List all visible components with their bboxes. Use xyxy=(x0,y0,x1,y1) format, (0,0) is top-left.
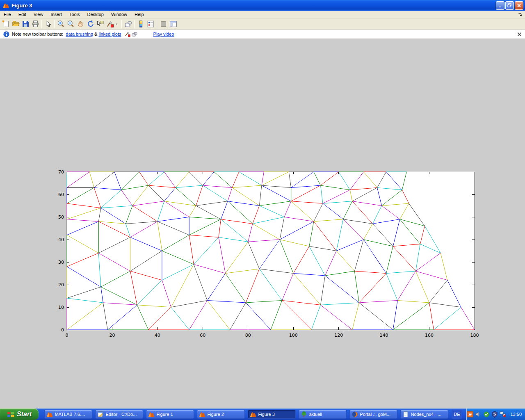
shield-icon[interactable]: S xyxy=(491,411,498,418)
tick-label: 120 xyxy=(334,333,343,338)
play-video-link[interactable]: Play video xyxy=(153,32,174,37)
menu-item-insert[interactable]: Insert xyxy=(47,11,66,18)
task-button-editor-c-do-[interactable]: Editor - C:\Do... xyxy=(95,410,143,419)
new-figure-button[interactable] xyxy=(1,19,11,29)
start-label: Start xyxy=(17,411,32,418)
tick-label: 40 xyxy=(155,333,160,338)
tick-label: 20 xyxy=(109,333,115,338)
notification-text: Note new toolbar buttons: xyxy=(12,32,63,37)
insert-legend-icon xyxy=(146,20,155,28)
tick-label: 70 xyxy=(58,169,64,175)
tick-label: 60 xyxy=(200,333,205,338)
rotate-3d-button[interactable] xyxy=(85,19,95,29)
menu-item-tools[interactable]: Tools xyxy=(66,11,84,18)
task-label: Editor - C:\Do... xyxy=(105,412,137,417)
task-button-matlab-7-6-[interactable]: MATLAB 7.6.... xyxy=(44,410,92,419)
desktop-screen: Figure 3 FileEditViewInsertToolsDesktopW… xyxy=(0,0,525,420)
rotate-3d-icon xyxy=(86,20,95,28)
firefox-icon xyxy=(352,411,358,418)
tray-clock: 13:50 xyxy=(510,412,522,417)
brush-caret-icon xyxy=(115,20,120,28)
zoom-out-icon xyxy=(66,20,75,28)
language-indicator[interactable]: DE xyxy=(452,410,462,419)
brush-caret-button[interactable] xyxy=(115,19,120,29)
show-plot-tools-button[interactable] xyxy=(168,19,178,29)
brush-data-button[interactable] xyxy=(105,19,115,29)
minimize-button[interactable] xyxy=(496,1,504,10)
zoom-out-button[interactable] xyxy=(66,19,75,29)
volume-icon[interactable] xyxy=(475,411,482,418)
menu-item-file[interactable]: File xyxy=(0,11,15,18)
matlab-figure-icon xyxy=(2,2,9,9)
axes-box xyxy=(67,172,475,330)
task-button-figure-2[interactable]: Figure 2 xyxy=(197,410,245,419)
ampersand-text: & xyxy=(94,32,97,37)
edit-plot-button[interactable] xyxy=(43,19,53,29)
notification-bar: Note new toolbar buttons: data brushing … xyxy=(0,30,525,39)
start-button[interactable]: Start xyxy=(0,409,39,420)
task-button-figure-3[interactable]: Figure 3 xyxy=(248,410,296,419)
brush-mini-icon xyxy=(124,31,131,38)
matlab-icon xyxy=(148,411,155,418)
print-figure-button[interactable] xyxy=(30,19,40,29)
restore-button[interactable] xyxy=(505,1,514,10)
link-plot-icon xyxy=(124,20,132,28)
tick-label: 10 xyxy=(58,305,64,310)
tick-label: 40 xyxy=(58,237,64,242)
data-brushing-link[interactable]: data brushing xyxy=(66,32,93,37)
antivirus-icon[interactable] xyxy=(483,411,490,418)
hide-plot-tools-icon xyxy=(159,20,168,28)
toolbar-separator xyxy=(134,20,135,28)
system-tray: S13:50 xyxy=(466,409,525,420)
figure-toolbar xyxy=(0,18,525,30)
linked-plots-link[interactable]: linked plots xyxy=(99,32,121,37)
task-label: Nodes_nx4 - ... xyxy=(411,412,441,417)
menu-item-edit[interactable]: Edit xyxy=(15,11,30,18)
tick-label: 0 xyxy=(66,333,68,338)
menu-item-desktop[interactable]: Desktop xyxy=(84,11,107,18)
data-cursor-icon xyxy=(96,20,105,28)
menu-item-window[interactable]: Window xyxy=(107,11,131,18)
insert-colorbar-button[interactable] xyxy=(136,19,146,29)
new-figure-icon xyxy=(2,20,10,28)
task-label: Figure 2 xyxy=(207,412,224,417)
task-button-aktuell[interactable]: aktuell xyxy=(299,410,347,419)
tick-label: 100 xyxy=(289,333,298,338)
pan-button[interactable] xyxy=(75,19,85,29)
dock-figure-arrow-icon[interactable] xyxy=(518,12,523,17)
task-label: aktuell xyxy=(309,412,322,417)
menu-item-view[interactable]: View xyxy=(30,11,47,18)
notification-close-icon[interactable] xyxy=(517,32,522,37)
menu-item-help[interactable]: Help xyxy=(131,11,148,18)
save-figure-icon xyxy=(21,20,30,28)
matlab-icon xyxy=(46,411,53,418)
taskbar: Start MATLAB 7.6....Editor - C:\Do...Fig… xyxy=(0,409,525,420)
hide-plot-tools-button[interactable] xyxy=(158,19,168,29)
window-titlebar: Figure 3 xyxy=(0,0,525,11)
windows-flag-icon xyxy=(7,411,15,418)
task-button-portal-gom-[interactable]: Portal .:. goM... xyxy=(349,410,397,419)
save-figure-button[interactable] xyxy=(21,19,30,29)
close-button[interactable] xyxy=(515,1,523,10)
download-manager-icon[interactable] xyxy=(467,411,473,418)
tick-label: 80 xyxy=(245,333,251,338)
figure-canvas: 020406080100120140160180010203040506070 xyxy=(0,39,525,409)
insert-colorbar-icon xyxy=(137,20,145,28)
link-plot-button[interactable] xyxy=(123,19,133,29)
mesh-plot-axes[interactable]: 020406080100120140160180010203040506070 xyxy=(53,168,484,342)
info-icon xyxy=(3,31,9,37)
zoom-in-icon xyxy=(57,20,65,28)
insert-legend-button[interactable] xyxy=(146,19,155,29)
task-label: Figure 3 xyxy=(258,412,274,417)
zoom-in-button[interactable] xyxy=(56,19,66,29)
edit-plot-icon xyxy=(44,20,52,28)
tree-icon xyxy=(301,411,307,418)
tick-label: 60 xyxy=(58,192,64,197)
open-file-button[interactable] xyxy=(11,19,21,29)
task-button-figure-1[interactable]: Figure 1 xyxy=(146,410,194,419)
task-button-nodes-nx4-[interactable]: Nodes_nx4 - ... xyxy=(400,410,448,419)
show-plot-tools-icon xyxy=(169,20,178,28)
print-figure-icon xyxy=(31,20,40,28)
data-cursor-button[interactable] xyxy=(95,19,105,29)
network-offline-icon[interactable] xyxy=(500,411,506,418)
